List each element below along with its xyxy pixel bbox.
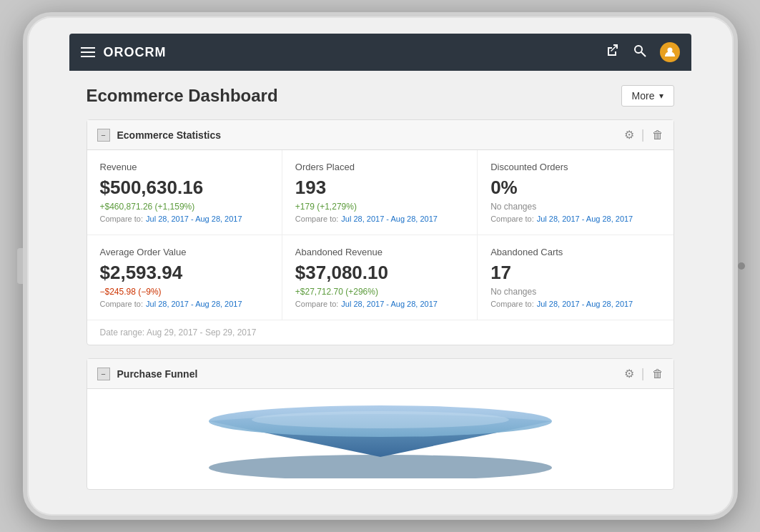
purchase-funnel-title: Purchase Funnel [117,368,624,380]
ecommerce-statistics-header: − Ecommerce Statistics ⚙ | 🗑 [87,120,673,150]
stat-change: +$460,871.26 (+1,159%) [100,202,269,212]
collapse-button[interactable]: − [97,129,110,142]
stat-label: Abandoned Carts [490,247,660,257]
ecommerce-statistics-widget: − Ecommerce Statistics ⚙ | 🗑 Revenue$500… [87,119,674,345]
stat-change: +$27,712.70 (+296%) [295,287,464,297]
funnel-gear-icon[interactable]: ⚙ [624,367,634,380]
compare-label: Compare to: [100,215,144,223]
stat-change: No changes [490,287,660,297]
stat-label: Revenue [100,162,269,172]
compare-label: Compare to: [490,300,534,308]
stat-cell: Orders Placed193+179 (+1,279%)Compare to… [282,150,478,235]
compare-value: Jul 28, 2017 - Aug 28, 2017 [341,300,438,308]
compare-label: Compare to: [490,215,534,223]
svg-point-5 [252,411,509,428]
purchase-funnel-widget: − Purchase Funnel ⚙ | 🗑 [87,358,674,490]
compare-value: Jul 28, 2017 - Aug 28, 2017 [537,300,633,308]
main-content: Ecommerce Dashboard More − Ecommerce Sta… [69,71,691,498]
svg-point-3 [209,455,552,478]
stat-label: Orders Placed [295,162,464,172]
stat-cell: Abandoned Revenue$37,080.10+$27,712.70 (… [282,235,478,320]
stat-label: Discounted Orders [490,162,660,172]
stat-compare: Compare to:Jul 28, 2017 - Aug 28, 2017 [295,215,464,223]
search-icon[interactable] [633,44,647,61]
date-range-footer: Date range: Aug 29, 2017 - Sep 29, 2017 [87,320,673,345]
stat-value: 193 [295,177,464,199]
stat-label: Average Order Value [100,247,269,257]
brand-name: OROCRM [104,45,167,60]
stat-label: Abandoned Revenue [295,247,464,257]
stat-change: No changes [490,202,660,212]
action-divider: | [641,127,645,142]
stat-cell: Discounted Orders0%No changesCompare to:… [478,150,673,235]
stat-compare: Compare to:Jul 28, 2017 - Aug 28, 2017 [295,300,464,308]
compare-value: Jul 28, 2017 - Aug 28, 2017 [146,215,242,223]
stat-compare: Compare to:Jul 28, 2017 - Aug 28, 2017 [100,215,269,223]
svg-point-0 [635,46,642,53]
compare-label: Compare to: [295,215,339,223]
compare-value: Jul 28, 2017 - Aug 28, 2017 [341,215,438,223]
stat-change: +179 (+1,279%) [295,202,464,212]
svg-line-1 [641,52,646,56]
stat-cell: Revenue$500,630.16+$460,871.26 (+1,159%)… [87,150,282,235]
ecommerce-statistics-title: Ecommerce Statistics [117,129,624,141]
compare-value: Jul 28, 2017 - Aug 28, 2017 [537,215,633,223]
navbar-left: OROCRM [81,45,167,60]
navbar: OROCRM [69,34,691,71]
stat-value: $500,630.16 [100,177,269,199]
page-header: Ecommerce Dashboard More [87,85,674,107]
side-button[interactable] [17,248,23,284]
funnel-collapse-button[interactable]: − [97,368,110,380]
stat-value: 17 [490,262,660,284]
stats-grid: Revenue$500,630.16+$460,871.26 (+1,159%)… [87,150,673,320]
stat-value: $37,080.10 [295,262,464,284]
gear-icon[interactable]: ⚙ [624,128,634,142]
stat-change: −$245.98 (−9%) [100,287,269,297]
compare-value: Jul 28, 2017 - Aug 28, 2017 [146,300,242,308]
stat-compare: Compare to:Jul 28, 2017 - Aug 28, 2017 [100,300,269,308]
stat-compare: Compare to:Jul 28, 2017 - Aug 28, 2017 [490,300,660,308]
page-title: Ecommerce Dashboard [87,86,278,106]
trash-icon[interactable]: 🗑 [652,129,663,142]
funnel-widget-actions: ⚙ | 🗑 [624,366,663,381]
funnel-trash-icon[interactable]: 🗑 [652,368,663,380]
compare-label: Compare to: [295,300,339,308]
compare-label: Compare to: [100,300,144,308]
stat-cell: Abandoned Carts17No changesCompare to:Ju… [478,235,673,320]
widget-actions: ⚙ | 🗑 [624,127,663,142]
funnel-action-divider: | [641,366,645,381]
stat-value: $2,593.94 [100,262,269,284]
share-icon[interactable] [606,44,620,61]
stat-compare: Compare to:Jul 28, 2017 - Aug 28, 2017 [490,215,660,223]
more-button[interactable]: More [621,85,674,107]
navbar-right [606,42,680,62]
tablet-frame: OROCRM [23,12,738,520]
tablet-screen: OROCRM [69,34,691,498]
stat-cell: Average Order Value$2,593.94−$245.98 (−9… [87,235,282,320]
funnel-body [87,389,673,489]
funnel-chart [202,400,559,478]
right-dot [738,262,745,270]
hamburger-icon[interactable] [81,47,95,57]
user-avatar[interactable] [660,42,680,62]
purchase-funnel-header: − Purchase Funnel ⚙ | 🗑 [87,359,673,389]
stat-value: 0% [490,177,660,199]
